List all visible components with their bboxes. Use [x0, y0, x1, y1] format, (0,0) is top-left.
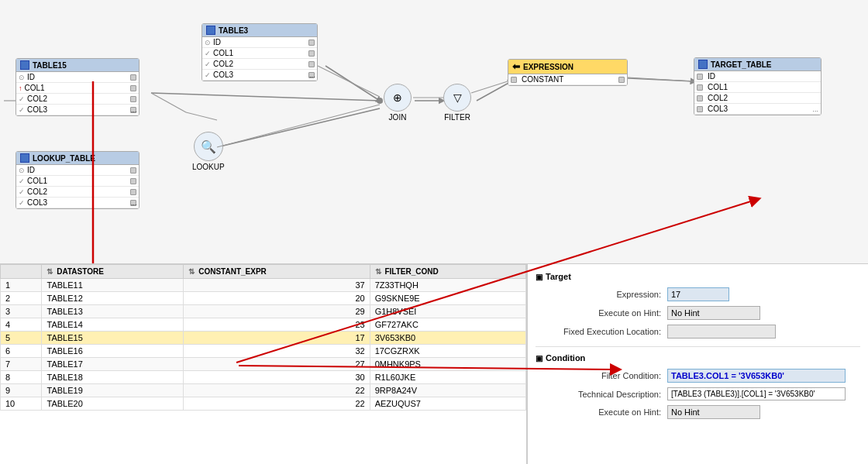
svg-line-9 — [186, 112, 217, 120]
table-row[interactable]: 3 TABLE13 29 G1H8VSEI — [1, 305, 526, 318]
col-header-datastore[interactable]: ⇅ DATASTORE — [42, 265, 184, 279]
lookup-row-col1: ✓ COL1 — [16, 176, 139, 187]
filter-condition-value-container — [667, 369, 860, 383]
right-panel: ▣ Target Expression: Execute on Hint: Fi… — [527, 264, 868, 464]
filter-label: FILTER — [444, 113, 470, 122]
lookup-transform[interactable]: 🔍 LOOKUP — [192, 132, 225, 171]
table-row[interactable]: 6 TABLE16 32 17CGZRXK — [1, 345, 526, 358]
table3-row-col2: ✓ COL2 — [202, 59, 317, 70]
table-row[interactable]: 5 TABLE15 17 3V653KB0 — [1, 332, 526, 345]
key-icon: ⊙ — [19, 74, 25, 81]
join-transform[interactable]: ⊕ JOIN — [384, 84, 412, 122]
row-num: 10 — [1, 397, 42, 411]
key-icon: ⊙ — [205, 39, 211, 46]
connection-arrows — [0, 0, 868, 263]
row-filter-cond: 9RP8A24V — [370, 384, 525, 397]
table15-header: TABLE15 — [16, 59, 139, 72]
row-num: 9 — [1, 384, 42, 397]
port-left — [697, 84, 703, 91]
port-left — [511, 77, 517, 83]
svg-line-2 — [217, 108, 380, 147]
table-row[interactable]: 2 TABLE12 20 G9SKNE9E — [1, 292, 526, 305]
table15-node[interactable]: TABLE15 ⊙ ID ↑ COL1 ✓ COL2 ✓ COL3 ··· — [16, 58, 140, 116]
table3-node[interactable]: TABLE3 ⊙ ID ✓ COL1 ✓ COL2 ✓ COL3 ··· — [202, 23, 318, 81]
table3-title: TABLE3 — [219, 26, 248, 35]
target-row-id: ID — [694, 71, 821, 82]
condition-section-header: ▣ Condition — [536, 353, 860, 363]
port-left — [697, 95, 703, 101]
lookup-row-id: ⊙ ID — [16, 165, 139, 176]
expression-node[interactable]: ⬅ EXPRESSION CONSTANT — [508, 59, 628, 86]
execute-hint-input[interactable] — [667, 306, 760, 320]
table15-row-col2: ✓ COL2 — [16, 94, 139, 105]
row-constant-expr: 23 — [184, 318, 370, 332]
port-left — [697, 106, 703, 112]
table15-icon — [20, 60, 29, 70]
col-header-constant[interactable]: ⇅ CONSTANT_EXPR — [184, 265, 370, 279]
svg-line-7 — [318, 66, 380, 97]
svg-line-4 — [477, 81, 512, 101]
target-toggle[interactable]: ▣ — [536, 273, 542, 281]
check-icon: ✓ — [205, 60, 211, 68]
check-icon: ✓ — [19, 106, 25, 114]
port-right — [308, 50, 315, 57]
col-header-filter[interactable]: ⇅ FILTER_COND — [370, 265, 525, 279]
port-right: ··· — [130, 107, 136, 113]
row-filter-cond: 7Z33THQH — [370, 279, 525, 292]
row-num: 3 — [1, 305, 42, 318]
row-constant-expr: 22 — [184, 384, 370, 397]
condition-toggle[interactable]: ▣ — [536, 354, 542, 363]
table3-icon — [206, 26, 215, 35]
row-filter-cond: 0MHNK9PS — [370, 358, 525, 371]
lookup-row-col2: ✓ COL2 — [16, 187, 139, 198]
main-arrows-svg — [0, 0, 868, 263]
filter-transform[interactable]: ▽ FILTER — [443, 84, 471, 122]
table-row[interactable]: 4 TABLE14 23 GF727AKC — [1, 318, 526, 332]
row-filter-cond: G9SKNE9E — [370, 292, 525, 305]
table-row[interactable]: 9 TABLE19 22 9RP8A24V — [1, 384, 526, 397]
fixed-exec-input[interactable] — [667, 325, 776, 339]
expression-header: ⬅ EXPRESSION — [508, 60, 627, 74]
lookup-table-node[interactable]: LOOKUP_TABLE ⊙ ID ✓ COL1 ✓ COL2 ✓ COL3 ·… — [16, 151, 140, 209]
row-num: 2 — [1, 292, 42, 305]
condition-section-title: Condition — [546, 353, 585, 363]
row-filter-cond: 3V653KB0 — [370, 332, 525, 345]
table15-row-col1: ↑ COL1 — [16, 83, 139, 94]
filter-condition-input[interactable] — [667, 369, 846, 383]
table3-header: TABLE3 — [202, 24, 317, 37]
table-row[interactable]: 7 TABLE17 27 0MHNK9PS — [1, 358, 526, 371]
data-table: ⇅ DATASTORE ⇅ CONSTANT_EXPR ⇅ FILTER_CON… — [0, 264, 526, 411]
target-table-node[interactable]: TARGET_TABLE ID COL1 COL2 COL3 ... — [694, 57, 822, 115]
table-row[interactable]: 8 TABLE18 30 R1L60JKE — [1, 371, 526, 384]
bottom-area: ⇅ DATASTORE ⇅ CONSTANT_EXPR ⇅ FILTER_CON… — [0, 263, 868, 464]
table15-title: TABLE15 — [33, 61, 67, 70]
table3-row-col3: ✓ COL3 ··· — [202, 70, 317, 81]
port-right — [130, 189, 136, 195]
table-row[interactable]: 1 TABLE11 37 7Z33THQH — [1, 279, 526, 292]
execute-hint-value-container — [667, 306, 860, 320]
row-datastore: TABLE13 — [42, 305, 184, 318]
canvas-area: TABLE3 ⊙ ID ✓ COL1 ✓ COL2 ✓ COL3 ··· — [0, 0, 868, 263]
execute-hint2-value-container — [667, 405, 860, 419]
execute-hint-label: Execute on Hint: — [536, 308, 667, 318]
table15-row-col3: ✓ COL3 ··· — [16, 105, 139, 115]
target-row-col2: COL2 — [694, 93, 821, 104]
lookup-icon — [20, 153, 29, 163]
svg-line-12 — [471, 81, 508, 93]
row-filter-cond: G1H8VSEI — [370, 305, 525, 318]
check-icon: ✓ — [205, 50, 211, 57]
target-icon — [698, 60, 708, 69]
lookup-transform-icon: 🔍 — [194, 132, 223, 161]
tech-desc-input[interactable] — [667, 387, 846, 400]
expression-row: Expression: — [536, 287, 860, 301]
sort-icon-filter: ⇅ — [375, 267, 381, 276]
data-table-area[interactable]: ⇅ DATASTORE ⇅ CONSTANT_EXPR ⇅ FILTER_CON… — [0, 264, 527, 464]
row-num: 5 — [1, 332, 42, 345]
table-row[interactable]: 10 TABLE20 22 AEZUQUS7 — [1, 397, 526, 411]
execute-hint2-input[interactable] — [667, 405, 760, 419]
row-num: 1 — [1, 279, 42, 292]
port-right: ··· — [130, 200, 136, 206]
expression-input[interactable] — [667, 287, 729, 301]
lookup-label: LOOKUP — [192, 163, 225, 171]
table15-row-id: ⊙ ID — [16, 72, 139, 83]
